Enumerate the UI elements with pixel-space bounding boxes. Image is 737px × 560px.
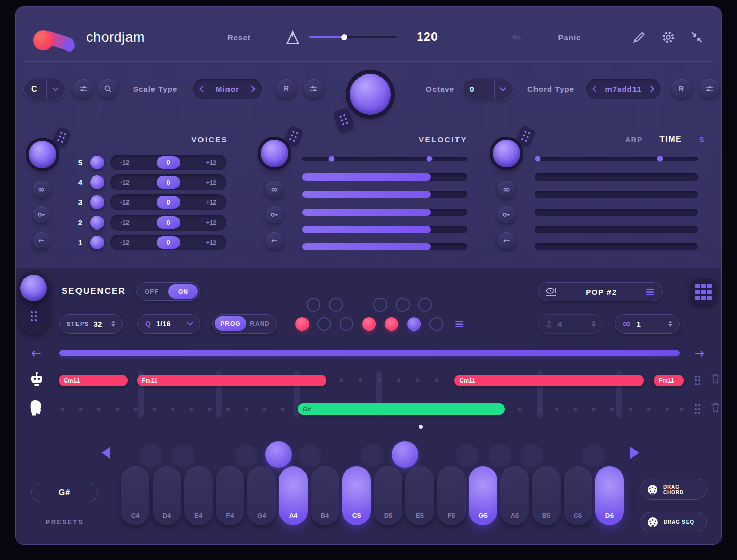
tempo-slider[interactable] <box>309 36 397 38</box>
voice-transpose[interactable]: -12 0 +12 <box>110 235 226 250</box>
sequencer-knob-ball[interactable] <box>20 275 47 301</box>
piano-key[interactable]: C4 <box>121 466 149 525</box>
empty-step-dot[interactable] <box>611 408 614 411</box>
voice-transpose[interactable]: -12 0 +12 <box>110 174 226 190</box>
sequencer-toggle[interactable]: OFF ON <box>136 282 200 301</box>
sequence-block[interactable]: Fm11 <box>137 375 326 386</box>
arp-latch-icon[interactable]: ∞ <box>498 181 515 198</box>
empty-step-dot[interactable] <box>416 379 420 383</box>
collapse-icon[interactable] <box>690 31 703 46</box>
pattern-step[interactable] <box>295 317 309 331</box>
root-note-button[interactable]: G# <box>31 483 98 502</box>
black-key-pad[interactable] <box>487 441 513 468</box>
next-octave-button[interactable] <box>630 447 639 459</box>
voice-transpose[interactable]: -12 0 +12 <box>110 155 226 170</box>
rand-label[interactable]: RAND <box>250 320 270 327</box>
scale-adjust-button[interactable] <box>304 79 323 98</box>
gear-icon[interactable] <box>660 30 676 47</box>
black-key-pad[interactable] <box>580 441 607 468</box>
voices-lock-button[interactable] <box>33 206 50 223</box>
black-key-pad[interactable] <box>233 441 259 468</box>
chord-knob-ball[interactable] <box>350 74 391 115</box>
prev-octave-button[interactable] <box>101 447 110 459</box>
empty-step-dot[interactable] <box>152 408 156 411</box>
empty-step-dot[interactable] <box>377 379 381 383</box>
range-dot-high[interactable] <box>426 156 432 162</box>
voice-toggle[interactable] <box>90 195 104 209</box>
range-dot-high[interactable] <box>657 156 663 162</box>
velocity-range-slider[interactable] <box>302 157 467 161</box>
drag-handle-icon[interactable] <box>695 376 700 385</box>
chord-type-select[interactable]: m7add11 <box>586 79 660 99</box>
black-key-pad[interactable] <box>518 441 545 468</box>
empty-step-dot[interactable] <box>189 408 193 411</box>
arp-range-slider[interactable] <box>535 157 698 161</box>
piano-key[interactable]: D4 <box>153 466 181 525</box>
timeline-right-arrow[interactable]: → <box>694 346 704 361</box>
chevron-left-icon[interactable] <box>592 86 599 92</box>
octave-select[interactable]: 0 <box>462 79 513 99</box>
pattern-step[interactable] <box>329 298 343 312</box>
timeline-left-arrow[interactable]: ← <box>31 346 41 361</box>
velocity-bar[interactable] <box>302 173 467 181</box>
piano-key[interactable]: F4 <box>216 466 244 525</box>
scale-settings-button[interactable] <box>73 79 93 98</box>
preset-select[interactable]: POP #2 ≡ <box>538 282 663 301</box>
voice-transpose[interactable]: -12 0 +12 <box>110 194 226 210</box>
panic-button[interactable]: Panic <box>549 33 590 42</box>
black-key-pad[interactable] <box>138 441 164 468</box>
arp-lock-button[interactable] <box>498 206 515 223</box>
scale-search-button[interactable] <box>98 79 117 98</box>
arp-knob-ball[interactable] <box>493 140 520 167</box>
page-indicator[interactable] <box>419 425 423 429</box>
metronome-icon[interactable] <box>284 29 301 48</box>
piano-key[interactable]: C6 <box>564 466 592 525</box>
piano-key[interactable]: B5 <box>532 466 561 525</box>
velocity-latch-icon[interactable]: ∞ <box>266 181 283 198</box>
sequencer-knob[interactable] <box>18 271 49 334</box>
edit-icon[interactable] <box>632 30 646 46</box>
velocity-bar[interactable] <box>302 209 467 216</box>
trash-icon[interactable] <box>711 402 720 414</box>
black-key-pad[interactable] <box>170 441 197 468</box>
black-key-pad[interactable] <box>297 441 323 468</box>
drag-chord-button[interactable]: DRAG CHORD <box>641 479 707 500</box>
piano-key[interactable]: A4 <box>279 466 308 525</box>
empty-step-dot[interactable] <box>171 408 175 411</box>
piano-key[interactable]: C5 <box>342 466 371 525</box>
pattern-step[interactable] <box>362 317 376 331</box>
toggle-on-label[interactable]: ON <box>168 284 198 299</box>
velocity-lock-button[interactable] <box>266 206 283 223</box>
velocity-reset-icon[interactable]: ← <box>266 232 283 249</box>
piano-key[interactable]: A5 <box>500 466 529 525</box>
piano-key[interactable]: E5 <box>405 466 434 525</box>
velocity-knob-ball[interactable] <box>261 140 288 167</box>
empty-step-dot[interactable] <box>397 379 400 383</box>
undo-icon[interactable] <box>508 30 524 48</box>
note-repeat-stepper[interactable]: ♫ 4 <box>538 314 603 334</box>
drag-seq-button[interactable]: DRAG SEQ <box>641 512 707 532</box>
range-dot-low[interactable] <box>328 156 334 162</box>
pattern-step[interactable] <box>373 298 387 312</box>
arp-bar[interactable] <box>535 209 698 216</box>
arp-bar[interactable] <box>535 243 698 250</box>
grid-view-button[interactable] <box>690 278 717 305</box>
voices-knob-ball[interactable] <box>29 141 56 168</box>
prog-label[interactable]: PROG <box>215 316 246 331</box>
stepper-icon[interactable] <box>668 321 672 327</box>
empty-step-dot[interactable] <box>555 408 559 411</box>
pattern-menu-icon[interactable]: ≡ <box>454 317 464 330</box>
arp-bar[interactable] <box>535 191 698 198</box>
range-dot-low[interactable] <box>535 156 541 162</box>
sequence-block[interactable]: Cm11 <box>59 375 128 386</box>
black-key-pad[interactable] <box>359 441 386 468</box>
voice-toggle[interactable] <box>90 156 104 169</box>
piano-key[interactable]: G4 <box>247 466 276 525</box>
sequence-block[interactable]: Fm11 <box>654 375 684 386</box>
loop-stepper[interactable]: ∞ 1 <box>615 314 680 334</box>
chevron-right-icon[interactable] <box>648 86 654 92</box>
preset-menu-icon[interactable]: ≡ <box>645 285 655 298</box>
presets-label[interactable]: PRESETS <box>31 518 98 526</box>
chevron-left-icon[interactable] <box>199 86 206 92</box>
stepper-icon[interactable] <box>111 321 115 327</box>
